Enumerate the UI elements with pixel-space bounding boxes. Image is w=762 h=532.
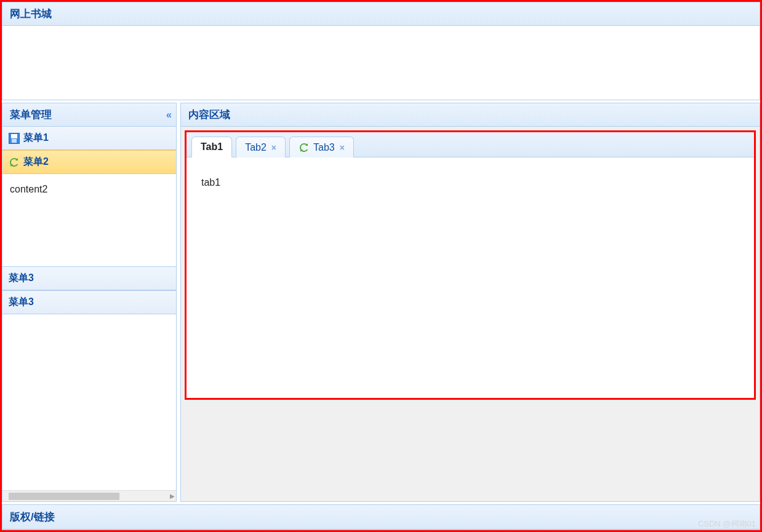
footer-panel: 版权/链接 [2, 504, 760, 530]
tab-tab1[interactable]: Tab1 [191, 137, 232, 157]
close-icon[interactable]: × [340, 143, 345, 153]
tab-label: Tab3 [313, 142, 335, 153]
tabs-container: Tab1 Tab2 × Tab3 × [185, 130, 756, 400]
content-title-bar: 内容区域 [181, 103, 760, 127]
sidebar-content-text: content2 [10, 184, 169, 195]
sidebar-item-label: 菜单3 [9, 296, 34, 309]
reload-icon [299, 142, 310, 153]
header-body [2, 26, 760, 100]
tabs-header: Tab1 Tab2 × Tab3 × [186, 132, 754, 157]
scrollbar-thumb[interactable] [9, 493, 119, 500]
header-title: 网上书城 [10, 7, 52, 21]
sidebar-title: 菜单管理 [10, 108, 52, 122]
tab-content-area: tab1 [186, 157, 754, 398]
sidebar-panel: 菜单管理 « 菜单1 菜单2 content2 [2, 103, 177, 502]
tab-label: Tab1 [201, 141, 223, 153]
scrollbar-arrow-right-icon[interactable]: ▶ [170, 493, 175, 499]
content-panel: 内容区域 Tab1 Tab2 × [180, 103, 760, 502]
tab-label: Tab2 [245, 142, 267, 153]
content-body: Tab1 Tab2 × Tab3 × [181, 127, 760, 501]
sidebar-item-label: 菜单1 [23, 132, 49, 145]
middle-region: 菜单管理 « 菜单1 菜单2 content2 [2, 103, 760, 502]
header-panel: 网上书城 [2, 2, 760, 100]
sidebar-item-label: 菜单2 [23, 156, 49, 169]
sidebar-accordion: 菜单1 菜单2 content2 菜单3 菜单3 [2, 127, 176, 490]
sidebar-scrollbar[interactable]: ▶ [2, 490, 176, 501]
close-icon[interactable]: × [271, 143, 276, 153]
sidebar-item-menu1[interactable]: 菜单1 [2, 127, 176, 150]
sidebar-item-menu2[interactable]: 菜单2 [2, 150, 176, 174]
footer-title-bar: 版权/链接 [2, 505, 760, 530]
accordion-body-spacer [2, 205, 176, 266]
app-frame: 网上书城 菜单管理 « 菜单1 菜单2 [0, 0, 762, 532]
sidebar-item-menu3b[interactable]: 菜单3 [2, 290, 176, 314]
content-title: 内容区域 [188, 108, 230, 122]
reload-icon [9, 157, 20, 168]
footer-title: 版权/链接 [10, 510, 55, 524]
sidebar-item-menu3a[interactable]: 菜单3 [2, 266, 176, 290]
tab-tab2[interactable]: Tab2 × [236, 137, 286, 157]
tab-tab3[interactable]: Tab3 × [289, 137, 354, 157]
sidebar-item-label: 菜单3 [9, 272, 34, 285]
save-icon [9, 133, 20, 144]
tab-content-text: tab1 [201, 177, 220, 188]
sidebar-item-menu2-body: content2 [2, 174, 176, 205]
header-title-bar: 网上书城 [2, 2, 760, 26]
accordion-spacer [2, 314, 176, 490]
collapse-left-icon[interactable]: « [166, 109, 169, 121]
sidebar-title-bar: 菜单管理 « [2, 103, 176, 127]
